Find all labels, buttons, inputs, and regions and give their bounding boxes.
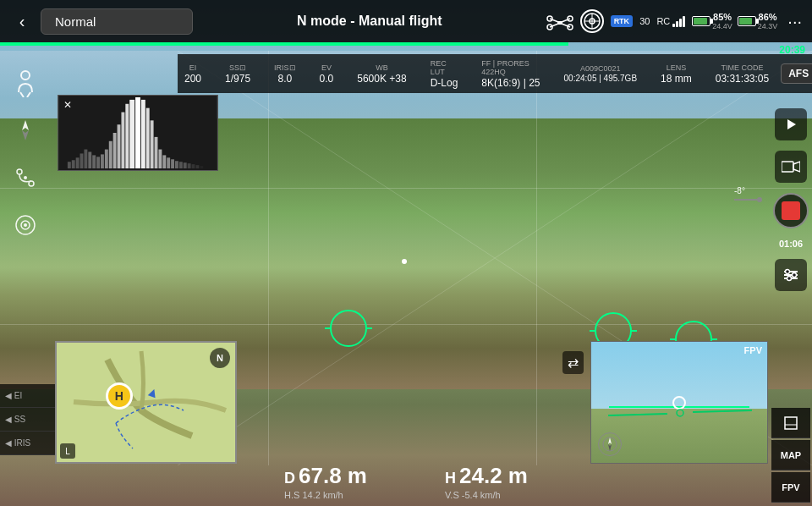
cam-rec-lut: Rec LUT D-Log (431, 59, 458, 89)
fpv-thumbnail[interactable]: FPV (590, 341, 768, 464)
record-button[interactable] (773, 193, 809, 228)
svg-line-72 (608, 414, 667, 415)
right-bottom-buttons: MAP FPV (770, 371, 812, 506)
svg-rect-38 (121, 113, 124, 168)
svg-rect-50 (175, 161, 178, 168)
cam-ss: SS⊡ 1/975 (225, 63, 250, 85)
compass-icon[interactable] (10, 115, 41, 146)
cam-lens: Lens 18 mm (661, 63, 692, 85)
histogram-graph (58, 96, 217, 170)
distance-metric: D 67.8 m H.S 14.2 km/h (284, 463, 367, 500)
svg-rect-47 (162, 155, 166, 168)
map-thumbnail[interactable]: H ▲ N L (55, 341, 237, 464)
svg-rect-27 (76, 157, 80, 168)
svg-rect-41 (135, 97, 140, 168)
cam-ev: EV 0.0 (320, 63, 334, 85)
rtk-badge: RTK (611, 15, 634, 27)
right-sidebar: 01:06 (770, 102, 812, 298)
svg-marker-70 (608, 437, 612, 444)
svg-rect-49 (171, 159, 174, 168)
map-zoom-level: L (60, 443, 75, 459)
settings-button[interactable] (775, 259, 807, 291)
histogram-close-button[interactable]: ✕ (63, 99, 72, 111)
swap-view-button[interactable]: ⇄ (562, 351, 584, 374)
svg-rect-39 (125, 104, 129, 168)
battery-icon-1 (692, 16, 710, 26)
map-background: H ▲ N L (57, 343, 235, 462)
svg-rect-53 (188, 163, 191, 168)
rc-signal-bars (672, 15, 685, 27)
svg-marker-16 (22, 120, 29, 130)
svg-rect-26 (72, 160, 75, 168)
svg-rect-54 (192, 164, 195, 168)
timer-progress-bar (0, 42, 568, 46)
more-button[interactable]: ··· (784, 12, 805, 31)
video-mode-button[interactable] (775, 151, 807, 183)
svg-rect-29 (84, 150, 87, 168)
svg-point-23 (24, 223, 27, 227)
svg-rect-56 (200, 166, 203, 168)
svg-point-73 (677, 410, 683, 416)
route-icon[interactable] (10, 162, 41, 193)
flight-mode-title: N mode - Manual flight (193, 14, 546, 29)
back-button[interactable]: ‹ (7, 6, 37, 36)
svg-rect-30 (88, 151, 91, 168)
svg-rect-33 (101, 154, 104, 168)
left-sidebar (0, 51, 51, 440)
play-button[interactable] (775, 108, 807, 140)
person-tracking-icon[interactable] (10, 68, 41, 98)
svg-rect-46 (158, 150, 162, 168)
expand-button[interactable] (771, 408, 810, 438)
fpv-compass (598, 432, 622, 456)
battery-icon-2 (738, 16, 756, 26)
top-bar: ‹ Normal N mode - Manual flight RTK (0, 0, 812, 42)
svg-point-66 (793, 273, 797, 278)
record-timer: 01:06 (779, 239, 803, 249)
cam-timecode: Time Code 03:31:33:05 (716, 63, 769, 85)
svg-rect-31 (92, 155, 96, 168)
bottom-metrics: D 67.8 m H.S 14.2 km/h H 24.2 m V.S -5.4… (0, 457, 812, 506)
map-button[interactable]: MAP (771, 440, 810, 470)
tilt-indicator: -8° (734, 186, 768, 202)
svg-rect-40 (129, 100, 134, 168)
map-roads (57, 343, 235, 462)
ei-param-button[interactable]: ◀ EI (0, 384, 55, 408)
status-icons: RTK 30 RC 85% 24.4V (546, 9, 805, 33)
drone-icon (546, 12, 573, 30)
svg-marker-61 (793, 162, 800, 172)
iris-param-button[interactable]: ◀ IRIS (0, 432, 55, 455)
svg-rect-25 (68, 162, 71, 168)
svg-point-18 (17, 169, 22, 174)
target-lock-icon[interactable] (10, 210, 41, 240)
svg-rect-44 (151, 120, 154, 168)
svg-point-20 (24, 176, 27, 179)
cam-ff: FF | ProRes 422HQ 8K(16:9) | 25 (481, 59, 540, 89)
target-circle-1 (330, 310, 367, 347)
svg-point-65 (786, 270, 790, 274)
timer-text: 20:39 (779, 44, 805, 56)
cam-clip: A009C0021 00:24:05 | 495.7GB (564, 64, 638, 83)
crosshair (402, 259, 410, 267)
svg-rect-51 (179, 162, 183, 168)
left-param-buttons: ◀ EI ◀ SS ◀ IRIS (0, 384, 55, 455)
ss-param-button[interactable]: ◀ SS (0, 408, 55, 432)
mode-selector[interactable]: Normal (41, 8, 193, 35)
record-indicator (782, 201, 800, 220)
svg-rect-43 (146, 108, 150, 168)
svg-rect-28 (80, 153, 84, 168)
svg-rect-10 (557, 21, 562, 25)
svg-line-74 (693, 410, 752, 412)
svg-rect-48 (167, 157, 170, 168)
svg-point-67 (787, 277, 792, 281)
svg-rect-57 (734, 199, 760, 201)
fpv-horizon-svg (591, 390, 767, 426)
histogram-widget: ✕ (58, 95, 218, 171)
gps-count: 30 (639, 16, 650, 26)
cam-ei: EI 200 (184, 63, 201, 85)
svg-rect-36 (113, 133, 117, 168)
fpv-button[interactable]: FPV (771, 472, 810, 503)
svg-rect-37 (118, 124, 121, 168)
afs-button[interactable]: AFS (781, 63, 812, 84)
svg-point-15 (21, 71, 30, 80)
svg-rect-60 (782, 162, 793, 172)
